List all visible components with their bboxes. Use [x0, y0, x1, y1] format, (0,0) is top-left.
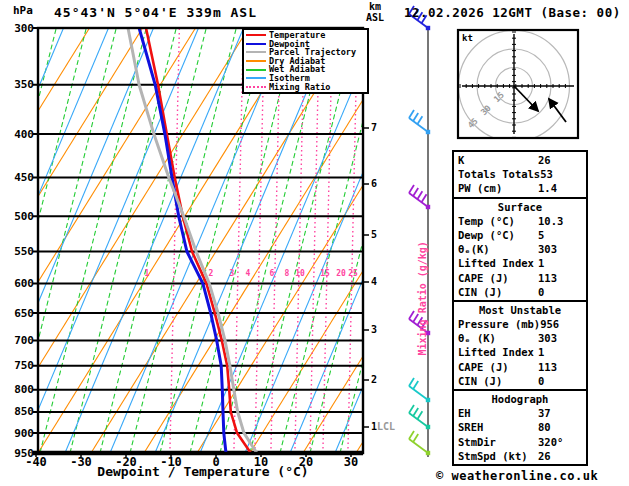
table-row: θₑ(K)303: [454, 242, 586, 256]
km-tick-label: 6: [371, 178, 377, 189]
pressure-tick-label: 550: [6, 245, 34, 258]
table-surface: SurfaceTemp (°C)10.3Dewp (°C)5θₑ(K)303Li…: [454, 197, 586, 300]
table-row-label: Temp (°C): [458, 214, 538, 228]
table-row-value: 1.4: [538, 181, 582, 195]
table-row: PW (cm)1.4: [454, 181, 586, 195]
legend-swatch: [246, 60, 266, 62]
table-row: StmDir320°: [454, 435, 586, 449]
x-axis-title: Dewpoint / Temperature (°C): [38, 464, 368, 479]
table-row: Lifted Index1: [454, 345, 586, 359]
pressure-tick-label: 650: [6, 307, 34, 320]
table-row: EH37: [454, 406, 586, 420]
table-row-label: Totals Totals: [458, 167, 540, 181]
pressure-tick-label: 500: [6, 210, 34, 223]
legend-swatch: [246, 51, 266, 53]
km-tick-label: 7: [371, 122, 377, 133]
hodograph-vector: [514, 86, 538, 111]
km-tick-label-lcl: 1LCL: [371, 421, 395, 432]
table-row-label: θₑ (K): [458, 331, 538, 345]
table-section-title: Hodograph: [454, 392, 586, 406]
table-indices: K26Totals Totals53PW (cm)1.4: [454, 152, 586, 197]
pressure-axis-unit: hPa: [13, 4, 33, 17]
table-row-label: StmSpd (kt): [458, 449, 538, 463]
mixing-ratio-line: [376, 28, 385, 453]
mixing-ratio-label: 15: [319, 269, 331, 278]
table-row: θₑ (K)303: [454, 331, 586, 345]
table-row: SREH80: [454, 420, 586, 434]
mixing-ratio-label: 6: [266, 269, 278, 278]
table-row: CIN (J)0: [454, 374, 586, 388]
indices-panel: K26Totals Totals53PW (cm)1.4SurfaceTemp …: [452, 150, 588, 466]
table-row-label: CIN (J): [458, 374, 538, 388]
mixing-ratio-label: 3: [226, 269, 238, 278]
km-tick-label: 3: [371, 324, 377, 335]
legend-swatch: [246, 86, 266, 88]
km-tick-label: 4: [371, 276, 377, 287]
table-row-label: PW (cm): [458, 181, 538, 195]
table-row-value: 303: [538, 242, 582, 256]
legend-label: Mixing Ratio: [269, 83, 330, 92]
legend-swatch: [246, 69, 266, 71]
table-row-label: Lifted Index: [458, 345, 538, 359]
table-row-value: 10.3: [538, 214, 582, 228]
table-row-label: θₑ(K): [458, 242, 538, 256]
table-row-label: CAPE (J): [458, 360, 538, 374]
pressure-tick-label: 900: [6, 427, 34, 440]
skewt-sounding-app: 153045kt hPa 45°43'N 5°04'E 339m ASL kmA…: [0, 0, 629, 486]
table-row-value: 0: [538, 285, 582, 299]
table-row: StmSpd (kt)26: [454, 449, 586, 463]
table-row-label: K: [458, 153, 538, 167]
mixing-ratio-label: 1: [141, 269, 153, 278]
table-row-value: 1: [538, 345, 582, 359]
mixing-ratio-label: 2: [205, 269, 217, 278]
pressure-tick-label: 300: [6, 22, 34, 35]
hodograph: 153045kt: [458, 30, 578, 142]
table-row: Dewp (°C)5: [454, 228, 586, 242]
pressure-tick-label: 600: [6, 277, 34, 290]
legend-swatch: [246, 34, 266, 36]
table-row-value: 956: [540, 317, 582, 331]
mixing-ratio-label: 10: [294, 269, 306, 278]
table-row-label: CIN (J): [458, 285, 538, 299]
km-tick-label: 5: [371, 229, 377, 240]
table-row-label: EH: [458, 406, 538, 420]
mixing-ratio-axis-title: Mixing Ratio (g/kg): [417, 196, 428, 356]
table-row: CAPE (J)113: [454, 271, 586, 285]
hodograph-unit: kt: [462, 33, 473, 43]
legend-swatch: [246, 43, 266, 45]
table-row-value: 26: [538, 449, 582, 463]
pressure-tick-label: 800: [6, 383, 34, 396]
table-row-value: 303: [538, 331, 582, 345]
table-row-label: CAPE (J): [458, 271, 538, 285]
table-row: Lifted Index1: [454, 256, 586, 270]
mixing-ratio-label: 4: [242, 269, 254, 278]
table-section-title: Surface: [454, 200, 586, 214]
pressure-tick-label: 450: [6, 171, 34, 184]
table-row: CAPE (J)113: [454, 360, 586, 374]
mixing-ratio-label: 20: [335, 269, 347, 278]
table-most-unstable: Most UnstablePressure (mb)956θₑ (K)303Li…: [454, 300, 586, 389]
table-row-label: Pressure (mb): [458, 317, 540, 331]
table-row-value: 0: [538, 374, 582, 388]
run-datetime: 12.02.2026 12GMT (Base: 00): [404, 5, 621, 20]
altitude-axis-unit: kmASL: [366, 1, 384, 23]
table-row-value: 26: [538, 153, 582, 167]
table-section-title: Most Unstable: [454, 303, 586, 317]
table-row-value: 1: [538, 256, 582, 270]
table-row-label: SREH: [458, 420, 538, 434]
mixing-ratio-label: 25: [347, 269, 359, 278]
legend-swatch: [246, 77, 266, 79]
table-row-label: StmDir: [458, 435, 538, 449]
table-row-value: 113: [538, 360, 582, 374]
pressure-tick-label: 700: [6, 334, 34, 347]
table-row-value: 37: [538, 406, 582, 420]
km-tick-label: 2: [371, 374, 377, 385]
pressure-tick-label: 750: [6, 359, 34, 372]
table-row: Totals Totals53: [454, 167, 586, 181]
table-hodograph: HodographEH37SREH80StmDir320°StmSpd (kt)…: [454, 389, 586, 464]
table-row-value: 320°: [538, 435, 582, 449]
table-row-value: 80: [538, 420, 582, 434]
pressure-tick-label: 850: [6, 405, 34, 418]
station-title: 45°43'N 5°04'E 339m ASL: [54, 5, 257, 20]
copyright-footer: © weatheronline.co.uk: [436, 469, 598, 483]
